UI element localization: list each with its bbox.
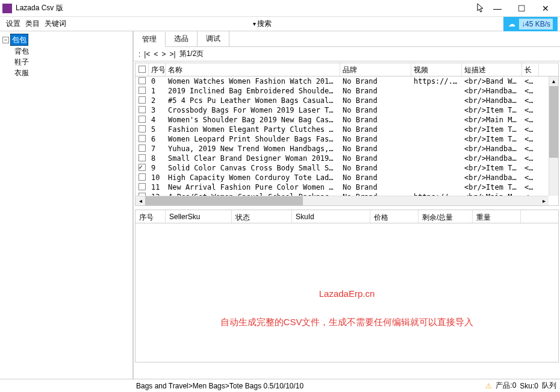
- cell-last: <b:: [522, 154, 539, 163]
- cell-video: https://...: [411, 76, 462, 86]
- row-checkbox[interactable]: [138, 183, 146, 190]
- table-row[interactable]: 12019 Inclined Bag Embroidered Shoulder …: [135, 86, 558, 96]
- window-title: Lazada Csv 版: [16, 3, 387, 13]
- pager-first[interactable]: |<: [144, 50, 150, 58]
- col-desc[interactable]: 短描述: [462, 63, 522, 76]
- cursor-icon: [477, 3, 485, 14]
- row-checkbox[interactable]: [138, 135, 146, 142]
- close-button[interactable]: ✕: [534, 1, 558, 16]
- menu-settings[interactable]: 设置: [6, 19, 20, 29]
- table-row[interactable]: 5Fashion Women Elegant Party Clutches Cr…: [135, 125, 558, 134]
- tab-manage[interactable]: 管理: [134, 32, 166, 47]
- col-last[interactable]: 长: [522, 63, 539, 76]
- col2-weight[interactable]: 重量: [473, 210, 521, 223]
- col2-sku[interactable]: SellerSku: [166, 210, 232, 223]
- search-label: 搜索: [257, 19, 272, 29]
- cell-index: 6: [149, 134, 166, 144]
- cell-video: [411, 134, 462, 144]
- tree-root[interactable]: − 包包: [2, 34, 130, 46]
- menu-category[interactable]: 类目: [25, 19, 40, 29]
- col-index[interactable]: 序号: [149, 63, 166, 76]
- cell-video: [411, 173, 462, 182]
- table-row[interactable]: 6Women Leopard Print Shoulder Bags Fashi…: [135, 134, 558, 144]
- pager: : |< < > >| 第1/2页: [134, 47, 560, 61]
- col2-status[interactable]: 状态: [232, 210, 292, 223]
- cell-brand: No Brand: [340, 163, 411, 173]
- sku-header: 序号 SellerSku 状态 SkuId 价格 剩余/总量 重量: [135, 210, 558, 223]
- row-checkbox[interactable]: [138, 173, 146, 181]
- scroll-left-icon[interactable]: ◂: [135, 196, 145, 205]
- scroll-right-icon[interactable]: ▸: [539, 196, 549, 205]
- cell-brand: No Brand: [340, 154, 411, 163]
- status-sku: Sku:0: [520, 382, 538, 390]
- row-checkbox[interactable]: [138, 145, 146, 152]
- col-video[interactable]: 视频: [411, 63, 462, 76]
- table-row[interactable]: 2#5 4 Pcs Pu Leather Women Bags Casual H…: [135, 96, 558, 105]
- cell-name: 2019 Inclined Bag Embroidered Shoulder M…: [166, 86, 340, 96]
- tree-child[interactable]: 鞋子: [14, 57, 130, 67]
- cell-video: [411, 115, 462, 125]
- col2-stock[interactable]: 剩余/总量: [418, 210, 473, 223]
- table-row[interactable]: 4Women's Shoulder Bag 2019 New Bag Casua…: [135, 115, 558, 125]
- col2-skuid[interactable]: SkuId: [292, 210, 370, 223]
- table-row[interactable]: 10High Capacity Women Corduroy Tote Ladi…: [135, 173, 558, 182]
- category-tree: − 包包 背包 鞋子 衣服: [2, 34, 130, 78]
- cell-desc: <br/>Item T...: [462, 125, 522, 134]
- row-checkbox[interactable]: [138, 77, 146, 84]
- row-checkbox[interactable]: [138, 125, 146, 132]
- sku-table: 序号 SellerSku 状态 SkuId 价格 剩余/总量 重量 Lazada…: [135, 210, 559, 362]
- cell-name: Small Clear Brand Designer Woman 2019 Ne…: [166, 154, 340, 163]
- col2-price[interactable]: 价格: [370, 210, 418, 223]
- cell-brand: No Brand: [340, 86, 411, 96]
- scroll-thumb-h[interactable]: [145, 196, 303, 205]
- cell-name: #5 4 Pcs Pu Leather Women Bags Casual Ha…: [166, 96, 340, 105]
- cell-desc: <br/>Item T...: [462, 182, 522, 192]
- collapse-icon[interactable]: −: [2, 37, 9, 43]
- cell-last: <b:: [522, 173, 539, 182]
- tree-child[interactable]: 衣服: [14, 67, 130, 78]
- horizontal-scrollbar[interactable]: ◂ ▸: [135, 196, 549, 205]
- pager-prev[interactable]: <: [154, 50, 158, 58]
- maximize-button[interactable]: ☐: [509, 1, 534, 16]
- row-checkbox[interactable]: [138, 116, 146, 123]
- cell-last: <b:: [522, 115, 539, 125]
- row-checkbox[interactable]: [138, 87, 146, 94]
- cell-video: [411, 144, 462, 154]
- col-name[interactable]: 名称: [166, 63, 340, 76]
- scroll-up-icon[interactable]: ▴: [549, 76, 558, 86]
- vertical-scrollbar[interactable]: ▴: [549, 76, 558, 196]
- table-row[interactable]: 3Crossbody Bags For Women 2019 Laser Tra…: [135, 105, 558, 115]
- row-checkbox[interactable]: [138, 154, 146, 161]
- pager-next[interactable]: >: [161, 50, 166, 58]
- cell-desc: <br/>Item T...: [462, 134, 522, 144]
- row-checkbox[interactable]: [138, 96, 146, 104]
- pager-last[interactable]: >|: [170, 50, 176, 58]
- cell-brand: No Brand: [340, 144, 411, 154]
- scroll-thumb[interactable]: [549, 86, 558, 158]
- col-checkbox[interactable]: [135, 63, 149, 76]
- table-row[interactable]: 8Small Clear Brand Designer Woman 2019 N…: [135, 154, 558, 163]
- table-row[interactable]: 0Women Watches Women Fashion Watch 2019 …: [135, 76, 558, 86]
- menubar: 设置 类目 关键词 ▾ 搜索: [0, 17, 560, 31]
- cell-brand: No Brand: [340, 134, 411, 144]
- pager-info: 第1/2页: [179, 49, 204, 59]
- products-table: 序号 名称 品牌 视频 短描述 长 0Women Watches Women F…: [135, 63, 559, 206]
- tab-debug[interactable]: 调试: [198, 31, 229, 46]
- cell-last: <b:: [522, 125, 539, 134]
- row-checkbox[interactable]: [138, 106, 146, 113]
- menu-keywords[interactable]: 关键词: [45, 19, 66, 29]
- cell-desc: <br/>Band W...: [462, 76, 522, 86]
- tree-child[interactable]: 背包: [14, 46, 130, 57]
- col2-idx[interactable]: 序号: [135, 210, 166, 223]
- cell-brand: No Brand: [340, 173, 411, 182]
- table-row[interactable]: 9Solid Color Canvas Cross Body Small Sho…: [135, 163, 558, 173]
- caret-down-icon: ▾: [253, 20, 256, 27]
- search-dropdown[interactable]: ▾ 搜索: [253, 19, 272, 29]
- tab-select[interactable]: 选品: [166, 31, 198, 46]
- minimize-button[interactable]: —: [485, 1, 509, 16]
- table-row[interactable]: 7Yuhua, 2019 New Trend Women Handbags, F…: [135, 144, 558, 154]
- col-brand[interactable]: 品牌: [340, 63, 411, 76]
- cell-desc: <br/>Item T...: [462, 163, 522, 173]
- row-checkbox[interactable]: [138, 164, 146, 171]
- table-row[interactable]: 11New Arrival Fashion Pure Color Women L…: [135, 182, 558, 192]
